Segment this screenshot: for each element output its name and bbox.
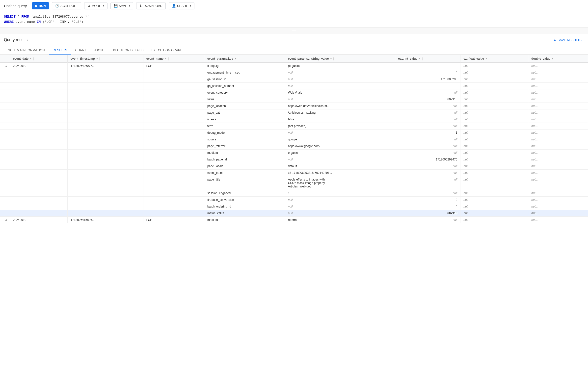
resize-handle[interactable]: | bbox=[99, 57, 101, 60]
resize-handle[interactable]: | bbox=[488, 57, 490, 60]
params-string-cell: null bbox=[285, 69, 395, 76]
params-string-cell: referral bbox=[285, 216, 395, 223]
tab-execution-graph[interactable]: EXECUTION GRAPH bbox=[147, 46, 187, 55]
params-string-cell: default bbox=[285, 163, 395, 169]
sql-editor[interactable]: SELECT * FROM `analytics_337268677.event… bbox=[0, 12, 588, 27]
params-int-cell: null bbox=[395, 143, 460, 149]
schedule-button[interactable]: 🕐 SCHEDULE bbox=[52, 2, 81, 9]
params-int-cell: 4 bbox=[395, 69, 460, 76]
params-float-cell: null bbox=[460, 136, 528, 143]
table-row: page_localedefaultnullnullnul... bbox=[0, 163, 588, 169]
params-double-cell: nul... bbox=[528, 103, 588, 109]
event-date-cell bbox=[10, 89, 67, 96]
resize-handle[interactable]: | bbox=[422, 57, 423, 60]
event-timestamp-cell bbox=[67, 203, 143, 210]
chevron-down-icon: ▾ bbox=[103, 4, 104, 7]
event-timestamp-cell bbox=[67, 176, 143, 190]
table-row: debug_modenull1nullnul... bbox=[0, 129, 588, 136]
resize-handle[interactable]: | bbox=[333, 57, 335, 60]
event-name-cell bbox=[143, 176, 204, 190]
results-section: Query results ⬇ SAVE RESULTS SCHEMA INFO… bbox=[0, 34, 588, 366]
resize-handle[interactable]: | bbox=[33, 57, 34, 60]
col-header-event-date[interactable]: event_date ▼ | bbox=[10, 55, 67, 63]
event-date-cell bbox=[10, 82, 67, 89]
params-double-cell: nul... bbox=[528, 210, 588, 216]
event-date-cell bbox=[10, 196, 67, 203]
row-number bbox=[0, 196, 10, 203]
tab-chart[interactable]: CHART bbox=[71, 46, 90, 55]
params-int-cell: 1718006292476 bbox=[395, 156, 460, 163]
sort-icon: ▼ bbox=[418, 57, 421, 60]
row-number bbox=[0, 149, 10, 156]
event-date-cell bbox=[10, 169, 67, 176]
params-int-cell: null bbox=[395, 89, 460, 96]
event-name-cell bbox=[143, 210, 204, 216]
col-header-params-key[interactable]: event_params.key ▼ | bbox=[204, 55, 285, 63]
params-string-cell: null bbox=[285, 203, 395, 210]
run-icon: ▶ bbox=[35, 4, 38, 8]
results-table-container[interactable]: event_date ▼ | event_timestamp ▼ | bbox=[0, 55, 588, 366]
table-row: firebase_conversionnull0nullnul... bbox=[0, 196, 588, 203]
sort-icon: ▼ bbox=[330, 57, 332, 60]
tab-results[interactable]: RESULTS bbox=[49, 46, 71, 55]
params-float-cell: null bbox=[460, 109, 528, 116]
col-header-event-timestamp[interactable]: event_timestamp ▼ | bbox=[67, 55, 143, 63]
sort-icon: ▼ bbox=[551, 57, 554, 60]
row-number: 1 bbox=[0, 62, 10, 69]
params-string-cell: null bbox=[285, 210, 395, 216]
params-key-cell: session_engaged bbox=[204, 190, 285, 196]
query-title: Untitled query bbox=[4, 4, 27, 8]
col-header-event-name[interactable]: event_name ▼ | bbox=[143, 55, 204, 63]
save-results-icon: ⬇ bbox=[554, 38, 556, 42]
params-key-cell: event_label bbox=[204, 169, 285, 176]
params-int-cell bbox=[395, 62, 460, 69]
table-row: sourcegooglenullnullnul... bbox=[0, 136, 588, 143]
row-number: 2 bbox=[0, 216, 10, 223]
chevron-down-icon: ▾ bbox=[190, 4, 191, 7]
params-double-cell: nul... bbox=[528, 169, 588, 176]
params-int-cell: null bbox=[395, 149, 460, 156]
row-number bbox=[0, 203, 10, 210]
event-name-cell bbox=[143, 109, 204, 116]
event-date-cell bbox=[10, 136, 67, 143]
run-button[interactable]: ▶ RUN bbox=[32, 2, 49, 9]
tab-schema[interactable]: SCHEMA INFORMATION bbox=[4, 46, 49, 55]
params-int-cell: null bbox=[395, 190, 460, 196]
params-key-cell: page_title bbox=[204, 176, 285, 190]
params-int-cell: null bbox=[395, 103, 460, 109]
row-number bbox=[0, 176, 10, 190]
drag-handle[interactable]: ― bbox=[0, 27, 588, 34]
download-button[interactable]: ⬇ DOWNLOAD bbox=[136, 2, 166, 9]
resize-handle[interactable]: | bbox=[238, 57, 239, 60]
params-string-cell: /articles/css-masking bbox=[285, 109, 395, 116]
resize-handle[interactable]: | bbox=[168, 57, 169, 60]
tab-json[interactable]: JSON bbox=[90, 46, 107, 55]
params-float-cell: null bbox=[460, 143, 528, 149]
params-float-cell: null bbox=[460, 190, 528, 196]
params-float-cell: null bbox=[460, 89, 528, 96]
params-string-cell: https://www.google.com/ bbox=[285, 143, 395, 149]
params-double-cell: nul... bbox=[528, 203, 588, 210]
event-timestamp-cell bbox=[67, 109, 143, 116]
row-number bbox=[0, 96, 10, 103]
params-float-cell: null bbox=[460, 203, 528, 210]
params-int-cell: null bbox=[395, 163, 460, 169]
save-button[interactable]: 💾 SAVE ▾ bbox=[110, 2, 134, 9]
save-results-button[interactable]: ⬇ SAVE RESULTS bbox=[551, 37, 584, 43]
share-button[interactable]: 👤 SHARE ▾ bbox=[169, 2, 194, 9]
params-key-cell: source bbox=[204, 136, 285, 143]
params-double-cell: nul... bbox=[528, 109, 588, 116]
event-date-cell bbox=[10, 163, 67, 169]
col-header-params-int[interactable]: ev... int_value ▼ | bbox=[395, 55, 460, 63]
tab-execution-details[interactable]: EXECUTION DETAILS bbox=[107, 46, 148, 55]
event-date-cell bbox=[10, 190, 67, 196]
col-header-params-float[interactable]: e... float_value ▼ | bbox=[460, 55, 528, 63]
col-header-params-string[interactable]: event_params... string_value ▼ | bbox=[285, 55, 395, 63]
event-timestamp-cell bbox=[67, 129, 143, 136]
table-row: is_eeafalsenullnullnul... bbox=[0, 116, 588, 123]
sort-icon: ▼ bbox=[29, 57, 32, 60]
more-button[interactable]: ⚙ MORE ▾ bbox=[84, 2, 107, 9]
event-date-cell bbox=[10, 156, 67, 163]
event-date-cell bbox=[10, 109, 67, 116]
col-header-params-double[interactable]: double_value ▼ bbox=[528, 55, 588, 63]
